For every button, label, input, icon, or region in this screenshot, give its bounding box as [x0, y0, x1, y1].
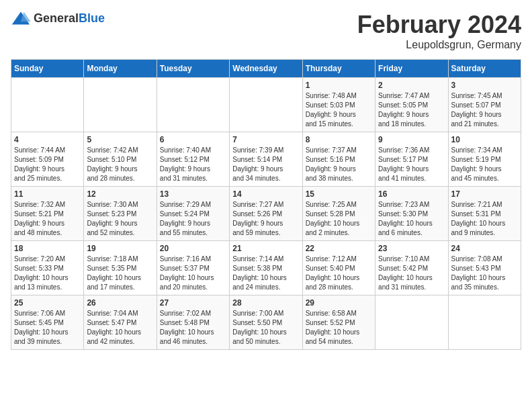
- calendar-cell: 16Sunrise: 7:23 AM Sunset: 5:30 PM Dayli…: [375, 187, 448, 241]
- calendar-cell: 8Sunrise: 7:37 AM Sunset: 5:16 PM Daylig…: [302, 132, 375, 187]
- header-cell-thursday: Thursday: [302, 60, 375, 78]
- day-number: 28: [232, 298, 299, 308]
- day-number: 29: [306, 298, 372, 308]
- day-number: 15: [306, 189, 372, 199]
- day-info: Sunrise: 7:40 AM Sunset: 5:12 PM Dayligh…: [160, 146, 226, 183]
- calendar-cell: 23Sunrise: 7:10 AM Sunset: 5:42 PM Dayli…: [375, 241, 448, 295]
- day-info: Sunrise: 7:42 AM Sunset: 5:10 PM Dayligh…: [87, 146, 153, 183]
- header-cell-friday: Friday: [375, 60, 448, 78]
- calendar-cell: 21Sunrise: 7:14 AM Sunset: 5:38 PM Dayli…: [230, 241, 302, 295]
- logo-blue: Blue: [79, 11, 105, 25]
- day-number: 16: [378, 189, 445, 199]
- calendar-cell: 20Sunrise: 7:16 AM Sunset: 5:37 PM Dayli…: [157, 241, 229, 295]
- day-number: 19: [87, 244, 153, 253]
- day-info: Sunrise: 6:58 AM Sunset: 5:52 PM Dayligh…: [306, 309, 372, 347]
- day-number: 2: [378, 81, 445, 90]
- calendar-cell: 19Sunrise: 7:18 AM Sunset: 5:35 PM Dayli…: [84, 241, 157, 295]
- week-row-2: 4Sunrise: 7:44 AM Sunset: 5:09 PM Daylig…: [11, 132, 521, 187]
- day-info: Sunrise: 7:14 AM Sunset: 5:38 PM Dayligh…: [232, 255, 299, 292]
- calendar-cell: 13Sunrise: 7:29 AM Sunset: 5:24 PM Dayli…: [157, 187, 229, 241]
- day-number: 3: [451, 81, 518, 90]
- header: GeneralBlue February 2024 Leupoldsgrun, …: [11, 11, 521, 51]
- week-row-1: 1Sunrise: 7:48 AM Sunset: 5:03 PM Daylig…: [11, 78, 521, 132]
- calendar-cell: 10Sunrise: 7:34 AM Sunset: 5:19 PM Dayli…: [448, 132, 521, 187]
- calendar-body: 1Sunrise: 7:48 AM Sunset: 5:03 PM Daylig…: [11, 78, 521, 350]
- day-number: 23: [378, 244, 445, 253]
- day-info: Sunrise: 7:04 AM Sunset: 5:47 PM Dayligh…: [87, 309, 153, 347]
- calendar-cell: 11Sunrise: 7:32 AM Sunset: 5:21 PM Dayli…: [11, 187, 84, 241]
- day-info: Sunrise: 7:23 AM Sunset: 5:30 PM Dayligh…: [378, 200, 445, 238]
- day-number: 9: [378, 135, 445, 144]
- main-title: February 2024: [357, 11, 521, 39]
- header-cell-sunday: Sunday: [11, 60, 84, 78]
- day-number: 26: [87, 298, 153, 308]
- day-number: 7: [232, 135, 299, 144]
- calendar-cell: [157, 78, 229, 132]
- calendar-cell: [230, 78, 302, 132]
- week-row-5: 25Sunrise: 7:06 AM Sunset: 5:45 PM Dayli…: [11, 295, 521, 350]
- calendar-cell: 18Sunrise: 7:20 AM Sunset: 5:33 PM Dayli…: [11, 241, 84, 295]
- day-info: Sunrise: 7:27 AM Sunset: 5:26 PM Dayligh…: [232, 200, 299, 238]
- day-info: Sunrise: 7:20 AM Sunset: 5:33 PM Dayligh…: [14, 255, 81, 292]
- calendar-cell: [11, 78, 84, 132]
- calendar-cell: 12Sunrise: 7:30 AM Sunset: 5:23 PM Dayli…: [84, 187, 157, 241]
- day-number: 14: [232, 189, 299, 199]
- day-info: Sunrise: 7:47 AM Sunset: 5:05 PM Dayligh…: [378, 91, 445, 129]
- header-cell-monday: Monday: [84, 60, 157, 78]
- calendar-cell: 28Sunrise: 7:00 AM Sunset: 5:50 PM Dayli…: [230, 295, 302, 350]
- calendar-table: SundayMondayTuesdayWednesdayThursdayFrid…: [11, 59, 521, 350]
- day-info: Sunrise: 7:36 AM Sunset: 5:17 PM Dayligh…: [378, 146, 445, 183]
- day-number: 22: [306, 244, 372, 253]
- calendar-cell: 2Sunrise: 7:47 AM Sunset: 5:05 PM Daylig…: [375, 78, 448, 132]
- week-row-4: 18Sunrise: 7:20 AM Sunset: 5:33 PM Dayli…: [11, 241, 521, 295]
- day-info: Sunrise: 7:30 AM Sunset: 5:23 PM Dayligh…: [87, 200, 153, 238]
- calendar-cell: 7Sunrise: 7:39 AM Sunset: 5:14 PM Daylig…: [230, 132, 302, 187]
- calendar-cell: [375, 295, 448, 350]
- day-info: Sunrise: 7:18 AM Sunset: 5:35 PM Dayligh…: [87, 255, 153, 292]
- day-number: 8: [306, 135, 372, 144]
- day-number: 10: [451, 135, 518, 144]
- calendar-cell: 17Sunrise: 7:21 AM Sunset: 5:31 PM Dayli…: [448, 187, 521, 241]
- calendar-cell: 25Sunrise: 7:06 AM Sunset: 5:45 PM Dayli…: [11, 295, 84, 350]
- day-info: Sunrise: 7:08 AM Sunset: 5:43 PM Dayligh…: [451, 255, 518, 292]
- day-number: 27: [160, 298, 226, 308]
- logo-general: General: [34, 11, 79, 25]
- day-info: Sunrise: 7:34 AM Sunset: 5:19 PM Dayligh…: [451, 146, 518, 183]
- calendar-cell: 27Sunrise: 7:02 AM Sunset: 5:48 PM Dayli…: [157, 295, 229, 350]
- day-info: Sunrise: 7:45 AM Sunset: 5:07 PM Dayligh…: [451, 91, 518, 129]
- title-area: February 2024 Leupoldsgrun, Germany: [357, 11, 521, 51]
- header-cell-wednesday: Wednesday: [230, 60, 302, 78]
- calendar-cell: 5Sunrise: 7:42 AM Sunset: 5:10 PM Daylig…: [84, 132, 157, 187]
- header-cell-saturday: Saturday: [448, 60, 521, 78]
- day-info: Sunrise: 7:21 AM Sunset: 5:31 PM Dayligh…: [451, 200, 518, 238]
- day-number: 25: [14, 298, 81, 308]
- week-row-3: 11Sunrise: 7:32 AM Sunset: 5:21 PM Dayli…: [11, 187, 521, 241]
- day-info: Sunrise: 7:39 AM Sunset: 5:14 PM Dayligh…: [232, 146, 299, 183]
- day-info: Sunrise: 7:12 AM Sunset: 5:40 PM Dayligh…: [306, 255, 372, 292]
- day-number: 11: [14, 189, 81, 199]
- day-info: Sunrise: 7:25 AM Sunset: 5:28 PM Dayligh…: [306, 200, 372, 238]
- calendar-cell: 4Sunrise: 7:44 AM Sunset: 5:09 PM Daylig…: [11, 132, 84, 187]
- day-number: 24: [451, 244, 518, 253]
- calendar-cell: 15Sunrise: 7:25 AM Sunset: 5:28 PM Dayli…: [302, 187, 375, 241]
- calendar-cell: 26Sunrise: 7:04 AM Sunset: 5:47 PM Dayli…: [84, 295, 157, 350]
- calendar-cell: [84, 78, 157, 132]
- logo-icon: [11, 11, 31, 26]
- calendar-cell: 1Sunrise: 7:48 AM Sunset: 5:03 PM Daylig…: [302, 78, 375, 132]
- day-info: Sunrise: 7:00 AM Sunset: 5:50 PM Dayligh…: [232, 309, 299, 347]
- calendar-cell: 6Sunrise: 7:40 AM Sunset: 5:12 PM Daylig…: [157, 132, 229, 187]
- day-info: Sunrise: 7:32 AM Sunset: 5:21 PM Dayligh…: [14, 200, 81, 238]
- day-number: 4: [14, 135, 81, 144]
- day-info: Sunrise: 7:10 AM Sunset: 5:42 PM Dayligh…: [378, 255, 445, 292]
- day-number: 6: [160, 135, 226, 144]
- day-info: Sunrise: 7:16 AM Sunset: 5:37 PM Dayligh…: [160, 255, 226, 292]
- day-number: 13: [160, 189, 226, 199]
- day-info: Sunrise: 7:44 AM Sunset: 5:09 PM Dayligh…: [14, 146, 81, 183]
- subtitle: Leupoldsgrun, Germany: [357, 39, 521, 51]
- day-info: Sunrise: 7:06 AM Sunset: 5:45 PM Dayligh…: [14, 309, 81, 347]
- svg-marker-1: [21, 11, 31, 21]
- calendar-cell: 14Sunrise: 7:27 AM Sunset: 5:26 PM Dayli…: [230, 187, 302, 241]
- calendar-cell: 24Sunrise: 7:08 AM Sunset: 5:43 PM Dayli…: [448, 241, 521, 295]
- day-number: 17: [451, 189, 518, 199]
- calendar-cell: 29Sunrise: 6:58 AM Sunset: 5:52 PM Dayli…: [302, 295, 375, 350]
